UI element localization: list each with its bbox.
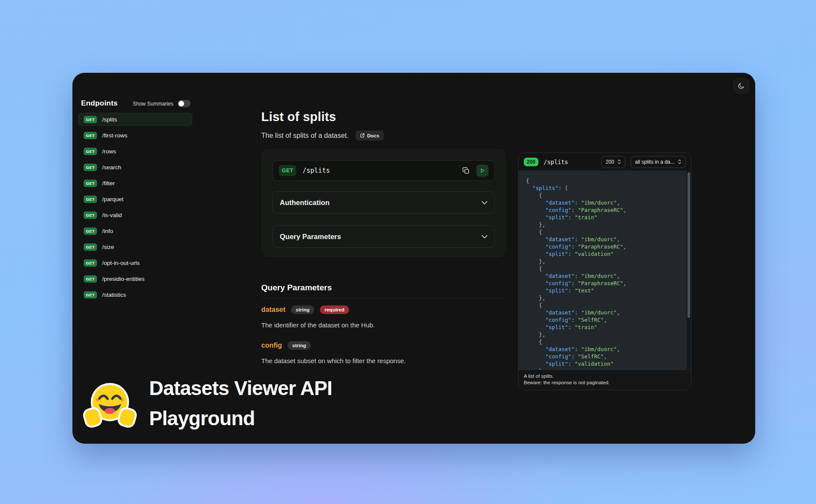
code-line: }, xyxy=(526,331,682,338)
endpoint-path: /opt-in-out-urls xyxy=(102,260,140,266)
run-button[interactable] xyxy=(476,165,488,177)
play-icon xyxy=(479,167,486,174)
endpoint-path: /splits xyxy=(102,116,117,123)
show-summaries-toggle[interactable] xyxy=(178,100,191,107)
sidebar-item-is-valid[interactable]: GET /is-valid xyxy=(78,208,192,221)
sidebar-item-rows[interactable]: GET /rows xyxy=(78,145,192,158)
code-line: { xyxy=(526,228,682,236)
code-line: { xyxy=(526,302,682,309)
code-line: }, xyxy=(526,221,682,228)
copy-icon xyxy=(462,166,470,175)
code-line: "dataset": "ibm/duorc", xyxy=(526,309,682,316)
code-line: "splits": [ xyxy=(526,184,682,192)
theme-toggle-button[interactable] xyxy=(734,78,749,93)
toggle-knob xyxy=(178,101,184,106)
response-code: { "splits": [ { "dataset": "ibm/duorc", … xyxy=(519,171,691,370)
method-badge: GET xyxy=(84,275,97,283)
request-path: /splits xyxy=(303,167,330,174)
code-line: "config": "ParaphraseRC", xyxy=(526,280,682,287)
param-type-badge: string xyxy=(288,341,311,350)
response-panel: 200 /splits 200 all splits in a da... xyxy=(518,152,691,390)
footer-line: A list of splits. xyxy=(524,373,686,380)
brand-title: Datasets Viewer API Playground xyxy=(149,373,378,433)
param-row-dataset: dataset string required xyxy=(261,305,349,314)
sidebar-item-statistics[interactable]: GET /statistics xyxy=(78,288,192,301)
copy-button[interactable] xyxy=(461,166,471,175)
code-line: }, xyxy=(526,367,682,370)
endpoint-path: /size xyxy=(102,244,114,250)
page-title: List of splits xyxy=(261,110,336,124)
accordion-authentication[interactable]: Authentication xyxy=(272,191,495,214)
sidebar-item-info[interactable]: GET /info xyxy=(78,224,192,237)
code-line: { xyxy=(526,177,682,184)
code-line: }, xyxy=(526,258,682,265)
sidebar-item-search[interactable]: GET /search xyxy=(78,161,192,174)
endpoint-path: /rows xyxy=(102,148,116,155)
method-badge: GET xyxy=(84,212,97,219)
code-line: "dataset": "ibm/duorc", xyxy=(526,272,682,280)
method-badge: GET xyxy=(84,132,97,139)
moon-icon xyxy=(738,82,745,90)
method-badge: GET xyxy=(84,164,97,171)
code-line: "split": "test" xyxy=(526,287,682,294)
endpoint-path: /search xyxy=(102,164,121,171)
sidebar-item-first-rows[interactable]: GET /first-rows xyxy=(78,129,192,142)
hugging-face-logo xyxy=(82,378,138,434)
code-line: "dataset": "ibm/duorc", xyxy=(526,345,682,353)
accordion-label: Authentication xyxy=(280,199,330,207)
scrollbar-thumb[interactable] xyxy=(688,172,690,318)
footer-line: Beware: the response is not paginated. xyxy=(524,380,686,386)
docs-label: Docs xyxy=(367,133,379,138)
request-bar: GET /splits xyxy=(272,160,495,181)
sidebar-item-filter[interactable]: GET /filter xyxy=(78,177,192,190)
method-badge: GET xyxy=(84,148,97,155)
example-select[interactable]: all splits in a da... xyxy=(631,156,686,168)
sidebar-item-parquet[interactable]: GET /parquet xyxy=(78,193,192,205)
chevron-up-down-icon xyxy=(617,159,621,165)
param-name: config xyxy=(261,342,282,349)
code-line: "split": "validation" xyxy=(526,250,682,258)
code-line: "split": "train" xyxy=(526,324,682,331)
code-line: }, xyxy=(526,294,682,302)
method-badge: GET xyxy=(84,196,97,203)
sidebar-item-opt-in-out-urls[interactable]: GET /opt-in-out-urls xyxy=(78,256,192,269)
response-header: 200 /splits 200 all splits in a da... xyxy=(519,153,691,171)
docs-button[interactable]: Docs xyxy=(356,131,384,140)
sidebar-item-splits[interactable]: GET /splits xyxy=(78,113,192,126)
chevron-down-icon xyxy=(481,235,488,239)
endpoint-path: /first-rows xyxy=(102,132,128,139)
code-line: "config": "SelfRC", xyxy=(526,353,682,360)
response-path: /splits xyxy=(544,159,568,165)
response-scrollbar[interactable] xyxy=(687,171,691,370)
endpoint-path: /statistics xyxy=(102,292,126,298)
method-badge: GET xyxy=(84,180,97,187)
endpoint-list: GET /splits GET /first-rows GET /rows GE… xyxy=(78,113,192,301)
code-line: { xyxy=(526,265,682,272)
param-name: dataset xyxy=(261,306,285,314)
param-description: The identifier of the dataset on the Hub… xyxy=(261,321,375,329)
accordion-query-parameters[interactable]: Query Parameters xyxy=(272,225,495,248)
show-summaries-label: Show Summaries xyxy=(133,101,173,107)
code-line: "config": "SelfRC", xyxy=(526,316,682,324)
method-badge: GET xyxy=(84,116,97,123)
code-line: "split": "validation" xyxy=(526,360,682,367)
code-line: "config": "ParaphraseRC", xyxy=(526,243,682,250)
endpoint-path: /info xyxy=(102,228,113,234)
method-badge: GET xyxy=(84,243,97,251)
show-summaries-row: Show Summaries xyxy=(133,100,191,107)
code-line: "config": "ParaphraseRC", xyxy=(526,206,682,214)
status-select[interactable]: 200 xyxy=(601,156,625,168)
sidebar-item-size[interactable]: GET /size xyxy=(78,240,192,253)
page-description: The list of splits of a dataset. xyxy=(261,132,349,140)
section-divider xyxy=(261,298,505,298)
app-card: Endpoints Show Summaries GET /splits GET… xyxy=(72,73,755,444)
code-line: { xyxy=(526,338,682,345)
param-required-badge: required xyxy=(320,305,349,314)
sidebar-item-presidio-entities[interactable]: GET /presidio-entities xyxy=(78,272,192,285)
param-description: The dataset subset on which to filter th… xyxy=(261,357,406,364)
query-parameters-heading: Query Parameters xyxy=(261,283,332,292)
status-badge: 200 xyxy=(524,158,538,166)
external-link-icon xyxy=(360,133,365,138)
request-method-badge: GET xyxy=(279,165,296,176)
endpoint-path: /presidio-entities xyxy=(102,276,144,282)
